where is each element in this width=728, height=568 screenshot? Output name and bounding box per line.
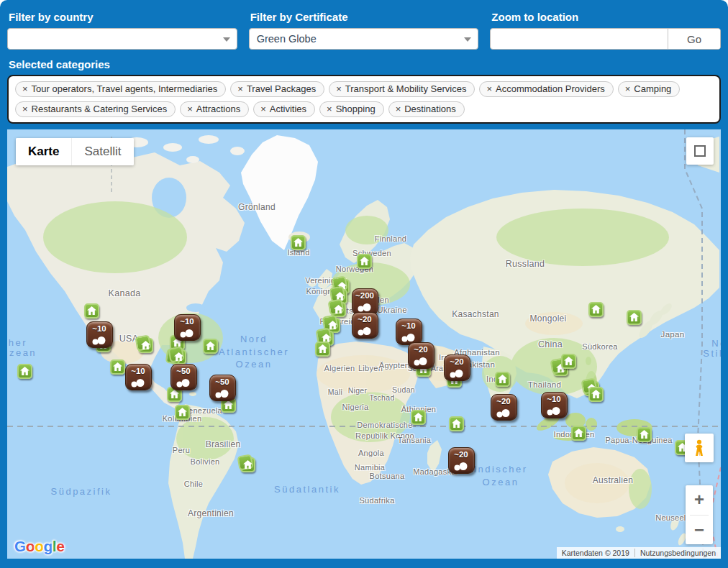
house-marker[interactable] [357, 254, 372, 269]
map-label: IndischerOzean [473, 463, 527, 488]
house-marker[interactable] [17, 364, 32, 379]
map-label: Bolivien [191, 457, 220, 467]
category-chip[interactable]: ×Shopping [319, 101, 384, 117]
zoom-to-location-label: Zoom to location [491, 11, 721, 23]
zoom-out-button[interactable]: − [686, 516, 713, 545]
cluster-count-label: ~10 [542, 395, 567, 403]
cluster-marker[interactable]: ~50 [170, 364, 197, 390]
category-chip[interactable]: ×Camping [618, 81, 681, 97]
category-chip[interactable]: ×Destinations [388, 101, 465, 117]
house-marker[interactable] [495, 372, 510, 387]
map-label: Nigeria [342, 402, 369, 413]
house-marker[interactable] [315, 342, 330, 357]
cluster-marker[interactable]: ~20 [491, 394, 517, 421]
locations-dots-icon [91, 336, 106, 345]
house-marker[interactable] [84, 303, 99, 319]
cluster-count-label: ~10 [87, 324, 112, 333]
house-marker[interactable] [449, 416, 464, 431]
house-marker[interactable] [571, 426, 586, 441]
country-select[interactable] [7, 28, 237, 50]
cluster-marker[interactable]: ~10 [396, 319, 422, 345]
google-logo[interactable]: Google [14, 538, 64, 555]
cluster-marker[interactable]: ~20 [408, 342, 434, 369]
map-label: Japan [661, 329, 685, 341]
house-icon [334, 305, 343, 313]
map-label: Peru [173, 445, 190, 456]
cluster-marker[interactable]: ~20 [444, 354, 470, 381]
map-label: Chile [184, 479, 204, 490]
remove-icon[interactable]: × [396, 104, 401, 114]
cluster-marker[interactable]: ~10 [125, 364, 152, 390]
map-type-control: Karte Satellit [16, 138, 134, 165]
house-marker[interactable] [203, 339, 218, 354]
remove-icon[interactable]: × [327, 104, 332, 114]
zoom-in-button[interactable]: + [686, 485, 713, 515]
cluster-marker[interactable]: ~10 [86, 321, 113, 348]
remove-icon[interactable]: × [625, 83, 631, 94]
zoom-location-input[interactable] [491, 29, 668, 49]
category-chip[interactable]: ×Accommodation Providers [479, 81, 613, 97]
locations-dots-icon [214, 389, 229, 398]
house-marker[interactable] [175, 405, 190, 420]
house-icon [640, 430, 649, 439]
cluster-marker[interactable]: ~10 [174, 314, 201, 341]
map-label: Angola [358, 448, 384, 459]
house-marker[interactable] [411, 410, 426, 425]
remove-icon[interactable]: × [486, 83, 492, 94]
chevron-down-icon [223, 37, 230, 42]
category-chip[interactable]: ×Activities [253, 101, 315, 117]
category-chip[interactable]: ×Tour operators, Travel agents, Intermed… [15, 81, 226, 97]
map-label: Mali [328, 387, 342, 397]
remove-icon[interactable]: × [260, 104, 266, 114]
filter-country-label: Filter by country [9, 11, 237, 23]
map-label: Australien [593, 475, 633, 486]
category-chip[interactable]: ×Restaurants & Catering Services [15, 101, 176, 117]
house-icon [318, 344, 327, 353]
portal-map-panel: Filter by country Filter by Certificate … [0, 0, 728, 568]
cluster-marker[interactable]: ~50 [209, 375, 236, 401]
house-marker[interactable] [110, 359, 125, 375]
house-icon [574, 429, 583, 437]
house-marker[interactable] [240, 457, 255, 472]
map-attribution: Kartendaten © 2019 Nutzungsbedingungen [557, 547, 721, 559]
remove-icon[interactable]: × [22, 104, 28, 114]
remove-icon[interactable]: × [336, 83, 342, 94]
map-type-map-button[interactable]: Karte [16, 138, 71, 165]
selected-categories-box: ×Tour operators, Travel agents, Intermed… [7, 75, 721, 124]
house-icon [591, 305, 601, 313]
remove-icon[interactable]: × [187, 104, 193, 114]
house-marker[interactable] [637, 427, 652, 442]
map-label: Südatlantik [274, 483, 340, 496]
house-marker[interactable] [138, 338, 153, 353]
cluster-marker[interactable]: ~20 [352, 312, 378, 339]
cluster-marker[interactable]: ~20 [448, 447, 475, 474]
fullscreen-button[interactable] [686, 137, 714, 165]
remove-icon[interactable]: × [237, 83, 243, 94]
category-chip[interactable]: ×Transport & Mobility Services [329, 81, 475, 97]
house-icon [591, 390, 601, 398]
certificate-select[interactable]: Green Globe [249, 28, 479, 50]
terms-of-use-link[interactable]: Nutzungsbedingungen [634, 549, 721, 557]
category-chip[interactable]: ×Travel Packages [230, 81, 324, 97]
map-label: China [538, 339, 563, 351]
house-marker[interactable] [291, 235, 306, 250]
locations-dots-icon [356, 326, 372, 336]
house-icon [629, 313, 639, 321]
remove-icon[interactable]: × [22, 83, 28, 94]
house-marker[interactable] [171, 349, 186, 365]
house-marker[interactable] [588, 302, 604, 317]
category-chip[interactable]: ×Attractions [180, 101, 249, 117]
house-marker[interactable] [561, 354, 576, 369]
house-marker[interactable] [588, 387, 604, 402]
cluster-marker[interactable]: ~10 [541, 392, 568, 418]
map-canvas[interactable]: GrönlandIslandKanadaUSAMexikoVenezuelaKo… [7, 129, 721, 559]
map-type-satellite-button[interactable]: Satellit [71, 138, 133, 165]
house-marker[interactable] [627, 310, 642, 325]
cluster-count-label: ~10 [396, 321, 422, 330]
cluster-marker[interactable]: ~200 [352, 288, 378, 315]
go-button[interactable]: Go [668, 29, 720, 49]
map-label: Argentinien [188, 508, 234, 519]
pegman-control[interactable] [685, 434, 714, 462]
map-label: Ukraine [377, 305, 407, 316]
selected-categories-label: Selected categories [9, 58, 721, 70]
